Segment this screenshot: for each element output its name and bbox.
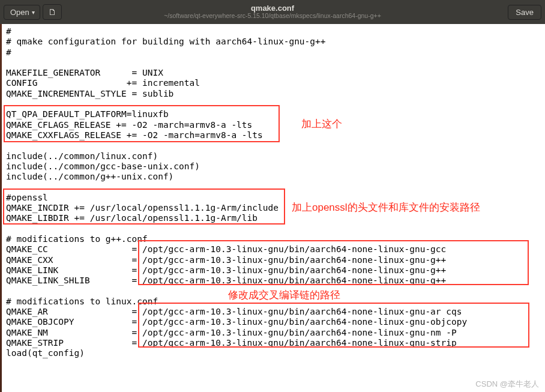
editor-text-area[interactable]: # # qmake configuration for building wit… (0, 24, 545, 392)
titlebar: Open ▾ 🗋 qmake.conf ~/software/qt-everyw… (0, 0, 545, 24)
chevron-down-icon: ▾ (32, 9, 35, 16)
open-button[interactable]: Open ▾ (4, 5, 40, 20)
save-button[interactable]: Save (508, 5, 541, 20)
new-document-button[interactable]: 🗋 (43, 4, 62, 20)
new-document-icon: 🗋 (48, 7, 56, 17)
open-button-label: Open (10, 8, 29, 17)
file-path: ~/software/qt-everywhere-src-5.15.10/qtb… (164, 13, 381, 20)
title-center: qmake.conf ~/software/qt-everywhere-src-… (164, 4, 381, 20)
save-button-label: Save (516, 8, 534, 17)
file-name: qmake.conf (164, 4, 381, 13)
watermark-text: CSDN @牵牛老人 (475, 379, 539, 390)
